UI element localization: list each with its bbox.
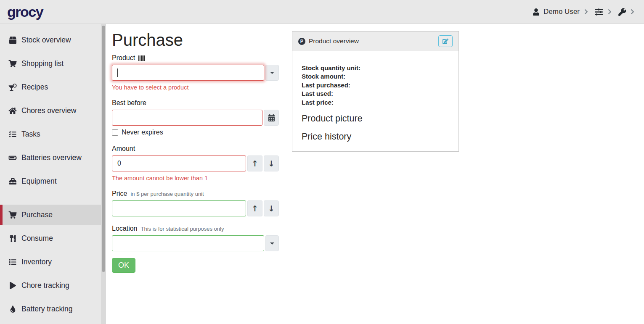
grocy-logo[interactable]: grocy <box>7 4 43 20</box>
sidebar-item-label: Stock overview <box>21 36 71 45</box>
price-decrement-button[interactable]: ↓ <box>264 200 279 216</box>
amount-increment-button[interactable]: ↑ <box>247 155 262 171</box>
product-input[interactable] <box>112 65 264 81</box>
stock-quantity-unit-field: Stock quantity unit: <box>302 64 449 72</box>
best-before-label: Best before <box>112 99 146 107</box>
calendar-icon <box>268 114 275 121</box>
edit-product-button[interactable] <box>438 35 453 47</box>
product-overview-icon <box>298 38 305 45</box>
caret-down-icon <box>270 72 274 74</box>
never-expires-checkbox[interactable] <box>112 129 118 136</box>
never-expires-label: Never expires <box>122 129 163 136</box>
sidebar-item-shopping-list[interactable]: Shopping list <box>0 53 106 74</box>
amount-group: Amount ↑ ↓ The amount cannot be lower th… <box>112 145 279 182</box>
sidebar-item-battery-tracking[interactable]: Battery tracking <box>0 299 106 319</box>
sidebar-item-inventory[interactable]: Inventory <box>0 252 106 272</box>
battery-icon <box>8 155 17 161</box>
sidebar-item-tasks[interactable]: Tasks <box>0 124 106 144</box>
product-error: You have to select a product <box>112 84 279 91</box>
ok-button[interactable]: OK <box>112 258 135 273</box>
location-group: Location This is for statistical purpose… <box>112 225 279 251</box>
caret-down-icon <box>270 242 274 245</box>
sidebar-item-label: Battery tracking <box>21 305 73 313</box>
sidebar-item-label: Tasks <box>21 130 40 139</box>
chevron-right-icon <box>584 9 588 15</box>
toolbox-icon <box>8 178 17 185</box>
location-label: Location <box>112 225 138 232</box>
location-input[interactable] <box>112 235 264 251</box>
amount-label: Amount <box>112 145 135 153</box>
product-dropdown-button[interactable] <box>265 65 279 81</box>
sidebar-scrollbar[interactable] <box>101 24 106 324</box>
price-increment-button[interactable]: ↑ <box>247 200 262 216</box>
product-label: Product <box>112 54 135 62</box>
product-overview-card: Product overview Stock quantity unit: St… <box>292 31 459 152</box>
never-expires-row: Never expires <box>112 129 279 136</box>
utensils-icon <box>8 235 17 242</box>
sidebar-item-batteries-overview[interactable]: Batteries overview <box>0 148 106 168</box>
price-history-heading: Price history <box>302 132 449 142</box>
price-group: Price in $ per purchase quantity unit ↑ … <box>112 190 279 216</box>
calendar-button[interactable] <box>264 110 279 126</box>
play-icon <box>8 282 17 289</box>
user-icon <box>533 8 539 16</box>
sidebar-item-label: Recipes <box>21 83 48 92</box>
sidebar-item-label: Equipment <box>21 177 57 186</box>
arrow-down-icon: ↓ <box>268 205 275 213</box>
price-input[interactable] <box>112 200 246 216</box>
sidebar-item-label: Batteries overview <box>21 153 82 162</box>
arrow-up-icon: ↑ <box>252 205 258 213</box>
grocy-app: grocy Demo User <box>0 0 644 324</box>
product-overview-header: Product overview <box>292 32 458 51</box>
sidebar: Stock overview Shopping list Recipes Cho… <box>0 24 106 324</box>
user-menu[interactable]: Demo User <box>533 8 588 16</box>
cocktail-icon <box>8 84 17 91</box>
amount-decrement-button[interactable]: ↓ <box>264 155 279 171</box>
sliders-icon <box>594 8 603 16</box>
location-hint: This is for statistical purposes only <box>141 226 224 232</box>
best-before-input[interactable] <box>112 110 262 126</box>
droplet-icon <box>8 306 17 313</box>
top-bar-right: Demo User <box>533 8 635 16</box>
amount-input[interactable] <box>112 155 246 171</box>
stock-amount-field: Stock amount: <box>302 72 449 81</box>
sidebar-item-purchase[interactable]: Purchase <box>0 205 106 225</box>
sidebar-item-recipes[interactable]: Recipes <box>0 77 106 97</box>
amount-error: The amount cannot be lower than 1 <box>112 175 279 182</box>
sidebar-scrollbar-thumb[interactable] <box>102 26 105 272</box>
sidebar-item-label: Chores overview <box>21 106 76 115</box>
admin-menu[interactable] <box>618 8 635 16</box>
sidebar-item-label: Consume <box>21 234 53 243</box>
product-group: Product You have to select a product <box>112 54 279 91</box>
sidebar-item-label: Purchase <box>21 211 53 219</box>
text-cursor <box>117 68 118 77</box>
price-label: Price <box>112 190 127 198</box>
page-title: Purchase <box>112 31 279 49</box>
sidebar-item-stock-overview[interactable]: Stock overview <box>0 30 106 50</box>
sidebar-item-label: Shopping list <box>21 59 64 68</box>
shopping-cart-icon <box>8 211 17 219</box>
arrow-down-icon: ↓ <box>268 160 275 168</box>
purchase-form: Purchase Product <box>112 31 279 273</box>
best-before-group: Best before Never expires <box>112 99 279 136</box>
last-purchased-field: Last purchased: <box>302 81 449 90</box>
product-overview-title: Product overview <box>309 37 359 45</box>
chevron-right-icon <box>607 9 612 15</box>
sidebar-item-chore-tracking[interactable]: Chore tracking <box>0 275 106 295</box>
user-name: Demo User <box>543 8 580 16</box>
list-icon <box>8 258 17 266</box>
home-icon <box>8 107 17 114</box>
settings-menu[interactable] <box>594 8 612 16</box>
arrow-up-icon: ↑ <box>252 160 258 168</box>
product-overview-body: Stock quantity unit: Stock amount: Last … <box>292 51 458 150</box>
sidebar-item-consume[interactable]: Consume <box>0 228 106 248</box>
barcode-icon <box>138 55 145 61</box>
price-hint: in $ per purchase quantity unit <box>130 191 204 197</box>
wrench-icon <box>618 8 626 16</box>
sidebar-item-equipment[interactable]: Equipment <box>0 171 106 191</box>
top-bar: grocy Demo User <box>0 0 644 24</box>
location-dropdown-button[interactable] <box>265 235 279 251</box>
box-icon <box>8 37 17 44</box>
sidebar-item-chores-overview[interactable]: Chores overview <box>0 100 106 121</box>
sidebar-item-label: Inventory <box>21 258 52 266</box>
